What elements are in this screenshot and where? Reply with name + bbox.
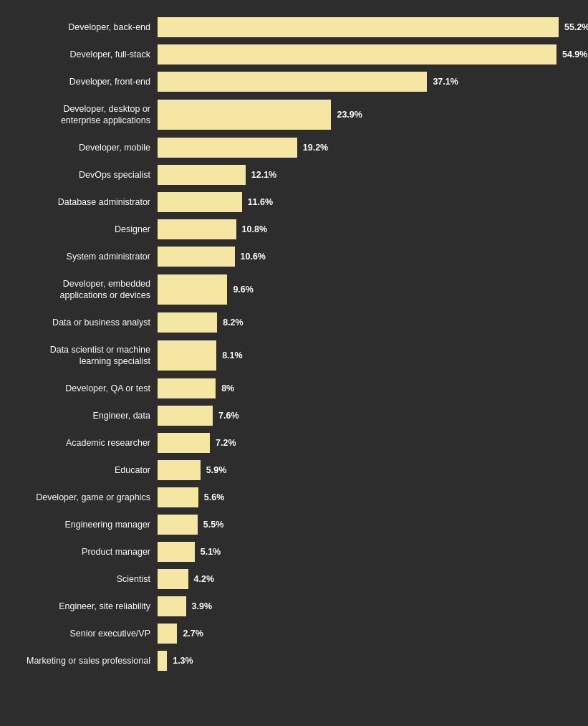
bar-label: Senior executive/VP	[0, 628, 158, 639]
bar-percent: 2.7%	[183, 629, 203, 639]
bar-row: Engineer, site reliability3.9%	[0, 593, 581, 619]
bar-row: Data or business analyst8.2%	[0, 310, 581, 335]
bar-percent: 5.5%	[203, 520, 224, 530]
bar-percent: 8.2%	[223, 317, 244, 328]
bar-fill	[158, 569, 188, 589]
bar-fill	[158, 378, 216, 398]
bar-label: System administrator	[0, 251, 158, 262]
bar-fill	[158, 340, 216, 371]
bar-percent: 10.8%	[242, 224, 267, 234]
bar-percent: 10.6%	[241, 252, 266, 262]
bar-area: 10.6%	[158, 247, 581, 267]
bar-fill	[158, 274, 227, 305]
bar-row: Senior executive/VP2.7%	[0, 621, 581, 646]
bar-area: 1.3%	[158, 651, 581, 671]
bar-fill	[158, 138, 297, 158]
bar-area: 3.9%	[158, 596, 581, 616]
bar-area: 37.1%	[158, 72, 581, 92]
bar-area: 7.6%	[158, 406, 581, 426]
bar-fill	[158, 596, 186, 616]
bar-area: 10.8%	[158, 219, 581, 239]
bar-area: 55.2%	[158, 17, 588, 37]
bar-percent: 5.9%	[206, 465, 227, 475]
bar-percent: 5.1%	[201, 547, 221, 557]
bar-label: Developer, front-end	[0, 76, 158, 87]
bar-row: Developer, QA or test8%	[0, 376, 581, 401]
bar-row: Developer, desktop orenterprise applicat…	[0, 96, 581, 133]
bar-percent: 7.6%	[218, 411, 239, 421]
bar-label: Developer, desktop orenterprise applicat…	[0, 103, 158, 127]
bar-area: 12.1%	[158, 165, 581, 185]
bar-percent: 4.2%	[194, 574, 215, 584]
bar-area: 8.2%	[158, 312, 581, 333]
bar-area: 5.9%	[158, 460, 581, 480]
bar-percent: 8%	[221, 383, 234, 393]
bar-area: 11.6%	[158, 192, 581, 212]
bar-row: Developer, embeddedapplications or devic…	[0, 271, 581, 308]
bar-fill	[158, 72, 427, 92]
bar-row: Developer, front-end37.1%	[0, 69, 581, 95]
bar-label: Engineering manager	[0, 519, 158, 530]
bar-area: 4.2%	[158, 569, 581, 589]
bar-row: Data scientist or machinelearning specia…	[0, 337, 581, 374]
bar-area: 54.9%	[158, 44, 587, 65]
bar-label: Developer, mobile	[0, 142, 158, 153]
bar-row: Marketing or sales professional1.3%	[0, 648, 581, 674]
bar-row: Developer, mobile19.2%	[0, 135, 581, 161]
bar-label: Marketing or sales professional	[0, 655, 158, 667]
bar-area: 5.1%	[158, 542, 581, 562]
bar-percent: 11.6%	[248, 197, 273, 207]
bar-percent: 5.6%	[204, 492, 225, 502]
bar-area: 8%	[158, 378, 581, 398]
bar-label: Engineer, data	[0, 410, 158, 421]
bar-label: Product manager	[0, 546, 158, 558]
bar-fill	[158, 44, 556, 65]
bar-fill	[158, 406, 213, 426]
bar-fill	[158, 515, 198, 535]
bar-label: DevOps specialist	[0, 169, 158, 181]
bar-percent: 19.2%	[303, 143, 328, 153]
bar-area: 19.2%	[158, 138, 581, 158]
bar-fill	[158, 219, 236, 239]
bar-percent: 7.2%	[216, 438, 236, 448]
bar-area: 7.2%	[158, 433, 581, 453]
bar-percent: 55.2%	[564, 22, 588, 32]
bar-row: Database administrator11.6%	[0, 189, 581, 215]
bar-fill	[158, 487, 198, 507]
bar-fill	[158, 17, 559, 37]
bar-label: Engineer, site reliability	[0, 601, 158, 612]
bar-row: Engineer, data7.6%	[0, 403, 581, 429]
bar-row: Developer, back-end55.2%	[0, 14, 581, 40]
bar-row: Developer, full-stack54.9%	[0, 42, 581, 67]
bar-area: 8.1%	[158, 340, 581, 371]
bar-label: Designer	[0, 224, 158, 235]
bar-area: 5.5%	[158, 515, 581, 535]
bar-label: Database administrator	[0, 196, 158, 208]
bar-percent: 3.9%	[192, 601, 213, 611]
bar-chart: Developer, back-end55.2%Developer, full-…	[0, 7, 581, 682]
bar-label: Developer, back-end	[0, 22, 158, 33]
bar-label: Scientist	[0, 573, 158, 585]
bar-label: Academic researcher	[0, 437, 158, 449]
bar-fill	[158, 651, 167, 671]
bar-fill	[158, 433, 210, 453]
bar-label: Data or business analyst	[0, 317, 158, 328]
bar-label: Developer, embeddedapplications or devic…	[0, 278, 158, 302]
bar-fill	[158, 624, 177, 644]
bar-fill	[158, 192, 242, 212]
bar-row: System administrator10.6%	[0, 244, 581, 269]
bar-area: 23.9%	[158, 100, 581, 130]
bar-percent: 1.3%	[173, 656, 193, 666]
bar-label: Developer, game or graphics	[0, 492, 158, 503]
bar-row: Engineering manager5.5%	[0, 512, 581, 538]
bar-percent: 12.1%	[251, 170, 276, 180]
bar-percent: 37.1%	[433, 77, 458, 87]
bar-label: Developer, full-stack	[0, 49, 158, 60]
bar-row: Product manager5.1%	[0, 539, 581, 565]
bar-row: Academic researcher7.2%	[0, 430, 581, 456]
bar-percent: 54.9%	[562, 49, 587, 59]
bar-percent: 8.1%	[222, 350, 243, 360]
bar-percent: 9.6%	[233, 285, 254, 295]
bar-area: 9.6%	[158, 274, 581, 305]
bar-fill	[158, 460, 201, 480]
